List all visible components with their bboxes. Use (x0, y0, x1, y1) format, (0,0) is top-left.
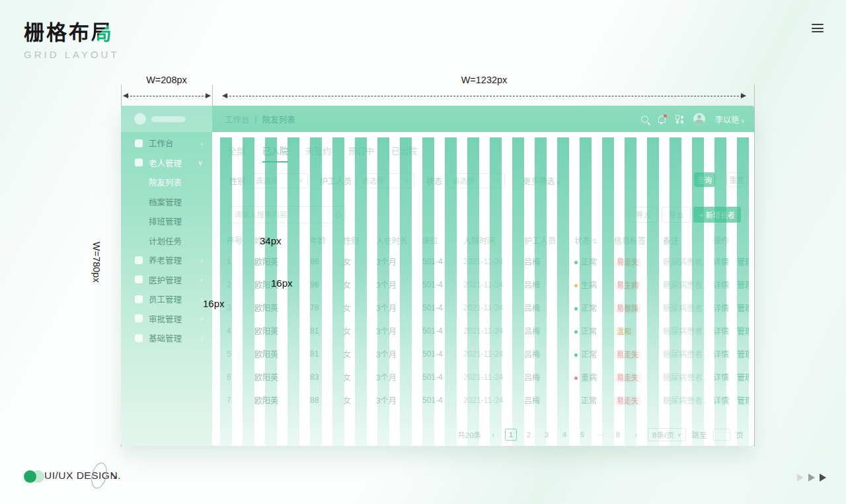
cell-actions: 详情管理 (707, 394, 749, 406)
reset-button[interactable]: 重置 (726, 172, 748, 187)
elder-manage-icon (135, 159, 143, 166)
page-button[interactable]: 2 (523, 429, 535, 441)
magnifier-icon[interactable] (336, 212, 342, 218)
user-avatar[interactable] (693, 113, 705, 125)
tab[interactable]: 预订中 (348, 144, 374, 162)
notification-bell-icon[interactable] (658, 116, 666, 123)
cell-name: 欧阳英 (248, 394, 303, 406)
manage-link[interactable]: 管理 (737, 304, 749, 313)
sidebar-item-label: 档案管理 (149, 196, 203, 208)
cell-index: 7 (220, 396, 248, 405)
cell-admit-date: 2021-11-24 (457, 326, 518, 336)
cell-age: 86 (303, 257, 336, 266)
sidebar-item[interactable]: 员工管理 › (121, 289, 212, 309)
sidebar-item-label: 院友列表 (149, 176, 203, 188)
detail-link[interactable]: 详情 (713, 373, 729, 382)
cell-info-tag: 易生病 (607, 279, 656, 290)
filter-select[interactable]: 请选择 ∨ (356, 173, 414, 188)
page-button[interactable]: 8 (612, 429, 624, 441)
page-button[interactable]: ··· (594, 429, 606, 441)
brand-title-green: 局 (91, 21, 114, 44)
import-button[interactable]: 导入 (629, 207, 658, 223)
next-page-button[interactable]: › (630, 429, 642, 441)
user-name[interactable]: 李以艳 (715, 114, 745, 125)
sidebar-item[interactable]: 计划任务 (121, 231, 212, 251)
manage-link[interactable]: 管理 (737, 350, 749, 359)
detail-link[interactable]: 详情 (713, 281, 729, 290)
filter-placeholder: 请选择 (362, 175, 385, 186)
breadcrumb: 工作台 | 院友列表 (225, 113, 295, 126)
sidebar-item[interactable]: 档案管理 (121, 192, 212, 212)
tab[interactable]: 已出院 (391, 144, 417, 162)
gutter-annotation-top: 16px (271, 277, 293, 289)
detail-link[interactable]: 详情 (713, 304, 729, 313)
page-size-select[interactable]: 8条/页 ∨ (648, 428, 685, 441)
detail-link[interactable]: 详情 (713, 258, 729, 267)
sidebar-item[interactable]: 工作台 › (121, 133, 212, 153)
export-button[interactable]: 导出 (662, 207, 691, 223)
cell-duration: 3个月 (369, 394, 416, 406)
cell-actions: 详情管理 (707, 371, 749, 382)
sidebar-item[interactable]: 养老管理 › (121, 250, 212, 270)
page-button[interactable]: 4 (558, 429, 570, 441)
cell-index: 4 (220, 326, 248, 336)
info-tag: 易走失 (614, 258, 641, 267)
cell-info-tag: 易走失 (607, 349, 656, 359)
sidebar-item-label: 排班管理 (149, 215, 203, 227)
sidebar-item[interactable]: 审批管理 › (121, 309, 212, 329)
add-elder-button[interactable]: + 新增长者 (693, 207, 741, 223)
cell-info-tag: 易暴躁 (607, 303, 656, 313)
page-button[interactable]: 1 (505, 429, 517, 441)
sidebar-item[interactable]: 医护管理 › (121, 270, 212, 290)
hamburger-menu-icon[interactable] (812, 24, 824, 32)
tab[interactable]: 已入院 (262, 144, 288, 162)
cell-bed: 501-4 (416, 373, 457, 382)
status-text: 重病 (581, 373, 597, 382)
sidebar-item[interactable]: 基础管理 › (121, 328, 212, 348)
page-button[interactable]: 3 (541, 429, 553, 441)
table-body: 1 欧阳英 86 女 3个月 501-4 2021-11-24 吕梅 正常 易走… (220, 250, 749, 412)
cell-age: 81 (303, 326, 336, 336)
manage-link[interactable]: 管理 (737, 327, 749, 336)
sidebar-item-label: 计划任务 (149, 234, 203, 247)
detail-link[interactable]: 详情 (713, 327, 729, 336)
manage-link[interactable]: 管理 (737, 373, 749, 382)
cell-index: 2 (220, 280, 248, 289)
prev-page-button[interactable]: ‹ (487, 429, 499, 441)
more-filters-button[interactable]: 更多筛选 (523, 175, 560, 186)
cell-admit-date: 2021-11-24 (457, 257, 518, 266)
tab[interactable]: 未签约 (305, 144, 331, 162)
manage-link[interactable]: 管理 (737, 281, 749, 290)
tab[interactable]: 全部 (228, 144, 245, 162)
cell-caregiver: 吕梅 (518, 256, 568, 267)
page-button[interactable]: 5 (576, 429, 588, 441)
breadcrumb-home[interactable]: 工作台 (225, 113, 250, 126)
sidebar-item[interactable]: 院友列表 (121, 172, 212, 192)
detail-link[interactable]: 详情 (713, 350, 729, 359)
sidebar: 工作台 › 老人管理 ∨ 院友列表 档案管理 (121, 106, 212, 446)
status-dot (574, 307, 578, 310)
detail-link[interactable]: 详情 (713, 396, 729, 406)
sidebar-item-label: 老人管理 (149, 157, 198, 169)
brand-title: 栅格布局 (24, 20, 120, 46)
filter-select[interactable]: 请选择 ∨ (250, 173, 308, 188)
cell-bed: 501-4 (416, 257, 457, 266)
apps-grid-icon[interactable] (675, 115, 683, 123)
manage-link[interactable]: 管理 (737, 396, 749, 406)
sidebar-item[interactable]: 排班管理 (121, 211, 212, 231)
table-search-input[interactable] (234, 211, 336, 219)
search-icon[interactable] (641, 116, 648, 123)
table-header-cell: 状态 (568, 234, 607, 246)
status-text: 正常 (581, 350, 597, 359)
cell-bed: 501-4 (416, 326, 457, 336)
triangle-icon (808, 474, 815, 482)
cell-remark: 糖尿病患者… (656, 256, 707, 267)
staff-icon (135, 295, 143, 303)
status-text: 正常 (581, 327, 597, 336)
manage-link[interactable]: 管理 (737, 258, 749, 267)
jump-page-input[interactable] (713, 429, 730, 441)
filter-select[interactable]: 请选择 ∨ (447, 173, 505, 188)
search-button[interactable]: 查询 (694, 172, 715, 187)
row-height-annotation: 34px (260, 235, 282, 246)
sidebar-item[interactable]: 老人管理 ∨ (121, 153, 212, 173)
